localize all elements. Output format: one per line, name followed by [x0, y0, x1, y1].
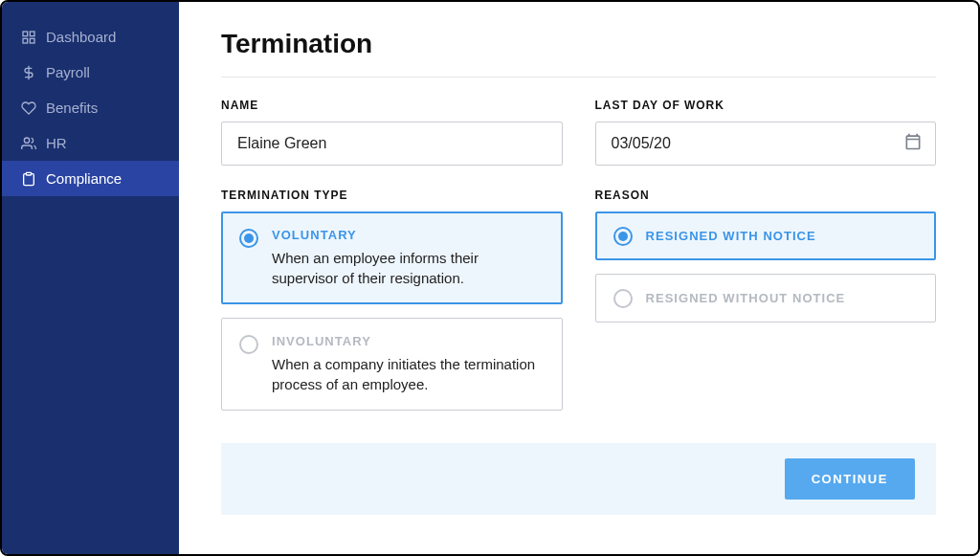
option-content: INVOLUNTARY When a company initiates the… [272, 334, 545, 394]
sidebar-item-payroll[interactable]: Payroll [2, 55, 179, 90]
termination-type-label: TERMINATION TYPE [221, 189, 563, 202]
option-title: RESIGNED WITHOUT NOTICE [646, 291, 846, 305]
clipboard-icon [21, 171, 36, 187]
radio-icon [239, 229, 258, 248]
radio-icon [239, 335, 258, 354]
radio-icon [613, 289, 633, 308]
svg-rect-3 [30, 38, 34, 43]
svg-rect-0 [23, 32, 28, 36]
option-content: VOLUNTARY When an employee informs their… [272, 228, 545, 288]
field-termination-type: TERMINATION TYPE VOLUNTARY When an emplo… [221, 189, 563, 424]
svg-rect-2 [23, 38, 28, 43]
main-content: Termination NAME LAST DAY OF WORK TERMIN… [179, 2, 978, 554]
name-input[interactable] [221, 122, 563, 166]
heart-icon [21, 100, 36, 116]
option-desc: When a company initiates the termination… [272, 354, 545, 394]
sidebar-item-label: Payroll [46, 64, 90, 80]
field-last-day: LAST DAY OF WORK [595, 99, 937, 166]
field-reason: REASON RESIGNED WITH NOTICE RESIGNED WIT… [595, 189, 937, 424]
termination-option-involuntary[interactable]: INVOLUNTARY When a company initiates the… [221, 318, 563, 411]
divider [221, 77, 936, 78]
field-name: NAME [221, 99, 563, 166]
name-label: NAME [221, 99, 563, 112]
option-title: RESIGNED WITH NOTICE [646, 229, 816, 243]
footer-bar: CONTINUE [221, 443, 936, 515]
app-container: Dashboard Payroll Benefits HR Compliance [0, 0, 980, 556]
sidebar-item-label: HR [46, 135, 67, 151]
last-day-input[interactable] [595, 122, 937, 166]
calendar-icon[interactable] [903, 132, 923, 155]
continue-button[interactable]: CONTINUE [785, 458, 915, 500]
date-wrapper [595, 122, 937, 166]
option-desc: When an employee informs their superviso… [272, 248, 545, 288]
termination-option-voluntary[interactable]: VOLUNTARY When an employee informs their… [221, 211, 563, 304]
radio-icon [613, 227, 633, 246]
sidebar-item-label: Dashboard [46, 29, 116, 45]
reason-label: REASON [595, 189, 937, 202]
form-grid: NAME LAST DAY OF WORK TERMINATION TYPE [221, 99, 936, 424]
svg-rect-1 [30, 32, 34, 36]
option-title: INVOLUNTARY [272, 334, 545, 348]
sidebar-item-dashboard[interactable]: Dashboard [2, 19, 179, 55]
last-day-label: LAST DAY OF WORK [595, 99, 937, 112]
page-title: Termination [221, 29, 936, 59]
option-title: VOLUNTARY [272, 228, 545, 242]
sidebar-item-label: Benefits [46, 100, 98, 116]
sidebar-item-compliance[interactable]: Compliance [2, 161, 179, 196]
sidebar-item-hr[interactable]: HR [2, 125, 179, 161]
dollar-icon [21, 65, 36, 80]
reason-option-without-notice[interactable]: RESIGNED WITHOUT NOTICE [595, 274, 937, 322]
svg-rect-6 [26, 172, 31, 175]
sidebar-item-benefits[interactable]: Benefits [2, 90, 179, 125]
dashboard-icon [21, 30, 36, 45]
users-icon [21, 136, 36, 151]
sidebar-item-label: Compliance [46, 170, 122, 187]
svg-point-5 [24, 138, 29, 143]
sidebar: Dashboard Payroll Benefits HR Compliance [2, 2, 179, 554]
reason-option-with-notice[interactable]: RESIGNED WITH NOTICE [595, 211, 937, 260]
